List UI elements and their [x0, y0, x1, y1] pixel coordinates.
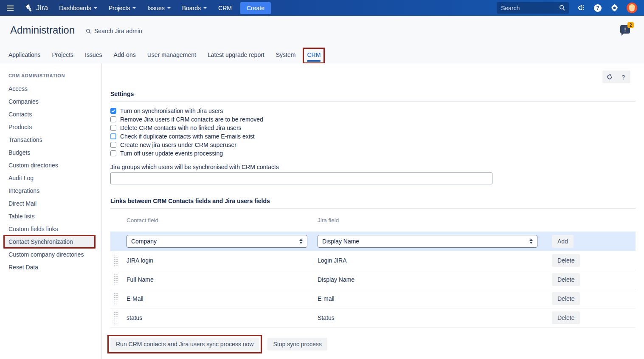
create-button[interactable]: Create [240, 2, 271, 14]
stop-sync-button[interactable]: Stop sync process [267, 338, 327, 351]
check-icon [111, 109, 115, 113]
help-button[interactable]: ? [616, 71, 630, 83]
tab-latest-upgrade-report[interactable]: Latest upgrade report [208, 48, 264, 63]
sidebar-item-custom-company-directories[interactable]: Custom company directories [0, 248, 101, 261]
sidebar-item-direct-mail[interactable]: Direct Mail [0, 197, 101, 210]
sidebar-item-label: Direct Mail [8, 200, 37, 207]
drag-handle-icon[interactable] [114, 311, 118, 324]
contact-field-select[interactable]: Company [127, 235, 307, 248]
search-icon [559, 5, 565, 11]
topnav-item-boards[interactable]: Boards [182, 5, 207, 11]
sidebar-item-contact-synchronization[interactable]: Contact Synchronization [0, 235, 101, 248]
sidebar-item-integrations[interactable]: Integrations [0, 184, 101, 197]
topnav-item-issues[interactable]: Issues [147, 5, 170, 11]
sidebar-item-custom-fields-links[interactable]: Custom fields links [0, 223, 101, 235]
sidebar-item-audit-log[interactable]: Audit Log [0, 172, 101, 184]
admin-search-label: Search Jira admin [94, 28, 142, 34]
setting-row-turn-off-user-update-events-processing: Turn off user update events processing [110, 149, 636, 158]
drag-handle-icon[interactable] [114, 273, 118, 286]
sidebar-item-table-lists[interactable]: Table lists [0, 210, 101, 223]
tab-system[interactable]: System [276, 48, 296, 63]
tab-add-ons[interactable]: Add-ons [114, 48, 136, 63]
delete-button-full-name[interactable]: Delete [552, 273, 580, 286]
chevron-down-icon [94, 7, 97, 9]
refresh-button[interactable] [602, 71, 616, 83]
add-button[interactable]: Add [552, 235, 574, 248]
checkbox-turn-off-user-update-events-processing[interactable] [110, 150, 116, 156]
links-heading: Links between CRM Contacts fields and Ji… [110, 198, 636, 209]
link-rows: JIRA loginLogin JIRADeleteFull NameDispl… [110, 251, 636, 328]
jira-groups-input[interactable] [110, 172, 492, 184]
delete-button-status[interactable]: Delete [552, 311, 580, 324]
avatar-face [629, 6, 635, 11]
checkbox-delete-crm-contacts-with-no-linked-jira-users[interactable] [110, 125, 116, 131]
new-link-row: Company Display Name Add [110, 232, 636, 251]
svg-text:?: ? [596, 5, 599, 11]
delete-button-jira-login[interactable]: Delete [552, 254, 580, 267]
notifications-icon[interactable]: ! 2 [620, 25, 630, 34]
contact-field-value: status [127, 314, 318, 321]
chevron-down-icon [132, 7, 136, 9]
jira-logo-text: Jira [36, 4, 48, 12]
sidebar-item-contacts[interactable]: Contacts [0, 108, 101, 121]
sidebar-items: AccessCompaniesContactsProductsTransacti… [0, 82, 101, 274]
topnav-menu: DashboardsProjectsIssuesBoardsCRM [59, 5, 232, 11]
admin-search[interactable]: Search Jira admin [86, 28, 142, 34]
content-toolbar: ? [602, 71, 630, 83]
sidebar-item-custom-directories[interactable]: Custom directories [0, 159, 101, 172]
checkbox-check-if-duplicate-contacts-with-same-e-mails-exist[interactable] [110, 133, 116, 139]
tab-projects[interactable]: Projects [52, 48, 74, 63]
sidebar-item-budgets[interactable]: Budgets [0, 146, 101, 159]
tab-applications[interactable]: Applications [8, 48, 41, 63]
tab-user-management[interactable]: User management [147, 48, 196, 63]
jira-logo[interactable]: Jira [24, 3, 48, 13]
megaphone-icon[interactable] [577, 4, 585, 12]
refresh-icon [606, 73, 613, 80]
topnav-right: ? [497, 2, 637, 14]
checkbox-remove-jira-users-if-crm-contacts-are-to-be-removed[interactable] [110, 116, 116, 122]
tab-crm[interactable]: CRM [307, 48, 321, 63]
drag-handle-icon[interactable] [114, 254, 118, 267]
checkbox-label: Create new jira users under CRM superuse… [120, 141, 236, 148]
sidebar-item-label: Table lists [8, 213, 34, 220]
checkbox-turn-on-synchronisation-with-jira-users[interactable] [110, 108, 116, 114]
settings-heading: Settings [110, 90, 636, 102]
contact-field-value: JIRA login [127, 257, 318, 264]
sidebar-item-label: Products [8, 124, 32, 130]
run-sync-button[interactable]: Run CRM contacts and Jira users sync pro… [110, 338, 259, 351]
sidebar-item-transactions[interactable]: Transactions [0, 133, 101, 146]
sidebar-item-label: Transactions [8, 136, 42, 143]
sidebar-item-label: Access [8, 85, 28, 92]
topnav-item-dashboards[interactable]: Dashboards [59, 5, 97, 11]
sidebar-item-access[interactable]: Access [0, 82, 101, 95]
sidebar-item-companies[interactable]: Companies [0, 95, 101, 108]
drag-handle-icon[interactable] [114, 292, 118, 305]
user-avatar[interactable] [627, 3, 637, 13]
sidebar-item-products[interactable]: Products [0, 121, 101, 133]
active-tab-underline [307, 60, 321, 62]
tab-issues[interactable]: Issues [85, 48, 102, 63]
navbar-search-input[interactable] [497, 2, 569, 14]
run-sync-annotation-box: Run CRM contacts and Jira users sync pro… [107, 335, 262, 353]
top-navbar: Jira DashboardsProjectsIssuesBoardsCRM C… [0, 0, 644, 16]
topnav-item-projects[interactable]: Projects [109, 5, 136, 11]
jira-field-value: Display Name [318, 276, 546, 283]
page-title: Administration [10, 24, 75, 36]
hamburger-menu-icon[interactable] [7, 6, 14, 11]
topnav-item-crm[interactable]: CRM [218, 5, 232, 11]
link-row-full-name: Full NameDisplay NameDelete [110, 270, 636, 289]
jira-admin-page: Jira DashboardsProjectsIssuesBoardsCRM C… [0, 0, 644, 359]
sidebar-section-title: CRM ADMINISTRATION [8, 73, 101, 78]
help-icon[interactable]: ? [593, 4, 602, 12]
delete-button-e-mail[interactable]: Delete [552, 292, 580, 305]
sidebar-item-reset-data[interactable]: Reset Data [0, 261, 101, 274]
main-content: ? Settings Turn on synchronisation with … [102, 63, 644, 359]
select-spinner-icon [529, 239, 533, 244]
search-icon [86, 28, 91, 34]
jira-field-select[interactable]: Display Name [318, 235, 537, 248]
sidebar-item-label: Budgets [8, 149, 30, 156]
gear-icon[interactable] [610, 4, 619, 12]
checkbox-create-new-jira-users-under-crm-superuser[interactable] [110, 142, 116, 148]
jira-groups-label: Jira groups which users will be synchron… [110, 164, 636, 170]
checkbox-label: Delete CRM contacts with no linked Jira … [120, 124, 242, 131]
